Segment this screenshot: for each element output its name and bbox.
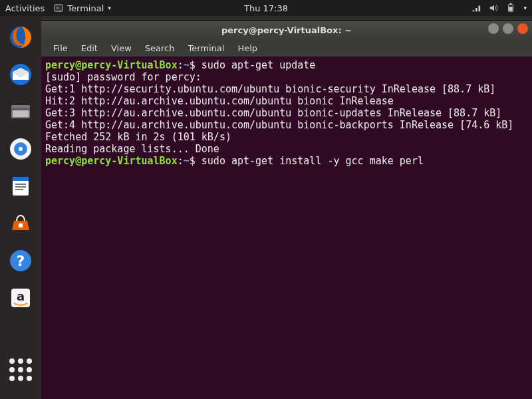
launcher-help[interactable]: ? (5, 245, 37, 277)
launcher-software[interactable] (5, 207, 37, 239)
svg-rect-4 (509, 7, 513, 11)
launcher-amazon[interactable]: a (5, 282, 37, 314)
window-minimize-button[interactable] (488, 23, 499, 34)
terminal-output[interactable]: percy@percy-VirtualBox:~$ sudo apt-get u… (41, 57, 532, 399)
launcher-thunderbird[interactable] (5, 59, 37, 90)
svg-rect-18 (19, 223, 23, 227)
system-menu-chevron-icon[interactable]: ▾ (523, 5, 527, 11)
menu-file[interactable]: File (48, 42, 73, 55)
svg-rect-16 (15, 186, 26, 188)
menu-terminal[interactable]: Terminal (182, 42, 229, 55)
svg-rect-3 (510, 3, 513, 5)
svg-rect-15 (15, 184, 26, 185)
apps-grid-icon (9, 358, 32, 381)
svg-rect-17 (15, 189, 23, 190)
active-app-menu[interactable]: >_ Terminal ▾ (54, 3, 110, 13)
terminal-window: percy@percy-VirtualBox: ~ File Edit View… (41, 20, 532, 399)
clock[interactable]: Thu 17:38 (244, 3, 288, 13)
menu-edit[interactable]: Edit (76, 42, 103, 55)
show-applications-button[interactable] (5, 354, 37, 386)
window-title: percy@percy-VirtualBox: ~ (221, 25, 352, 35)
menu-search[interactable]: Search (140, 42, 180, 55)
window-close-button[interactable] (517, 23, 528, 34)
launcher-files[interactable] (5, 96, 37, 128)
svg-rect-14 (13, 177, 29, 181)
active-app-label: Terminal (67, 3, 104, 13)
svg-text:>_: >_ (56, 5, 62, 11)
activities-button[interactable]: Activities (5, 3, 45, 13)
launcher-rhythmbox[interactable] (5, 133, 37, 165)
svg-point-12 (19, 147, 23, 151)
chevron-down-icon: ▾ (108, 5, 111, 11)
menu-help[interactable]: Help (232, 42, 263, 55)
svg-text:a: a (17, 289, 25, 303)
gnome-top-panel: Activities >_ Terminal ▾ Thu 17:38 ▾ (0, 0, 532, 16)
menu-view[interactable]: View (106, 42, 137, 55)
launcher-writer[interactable] (5, 170, 37, 202)
ubuntu-dock: ? a (0, 16, 41, 399)
terminal-icon: >_ (54, 3, 63, 13)
volume-icon[interactable] (489, 3, 498, 13)
terminal-menubar: File Edit View Search Terminal Help (41, 39, 532, 57)
svg-text:?: ? (17, 253, 25, 269)
svg-rect-9 (13, 110, 29, 117)
svg-rect-8 (11, 108, 30, 110)
window-titlebar[interactable]: percy@percy-VirtualBox: ~ (41, 21, 532, 39)
launcher-firefox[interactable] (5, 21, 37, 53)
window-maximize-button[interactable] (503, 23, 513, 34)
network-icon[interactable] (471, 3, 481, 13)
battery-icon[interactable] (506, 3, 515, 13)
